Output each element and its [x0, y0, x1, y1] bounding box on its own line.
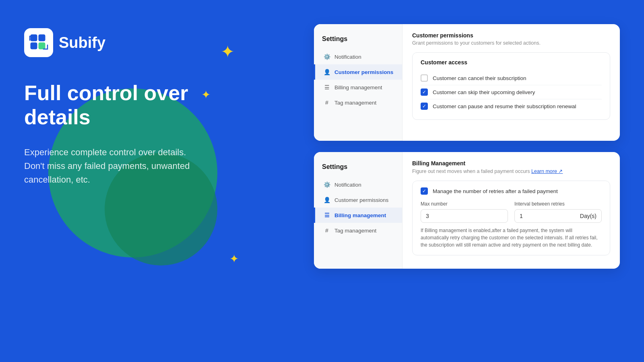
right-panel: Settings ⚙️ Notification 👤 Customer perm… [314, 24, 620, 269]
permission-label-skip: Customer can skip their upcoming deliver… [433, 89, 535, 95]
logo-area: Subify [24, 28, 225, 57]
billing-icon-1: ☰ [323, 84, 330, 91]
svg-rect-2 [31, 43, 37, 49]
sidebar-item-billing-management-1[interactable]: ☰ Billing management [314, 80, 402, 95]
interval-input[interactable]: 1 Day(s) [514, 209, 602, 223]
sidebar-item-notification-2[interactable]: ⚙️ Notification [314, 177, 402, 192]
sidebar-title-1: Settings [314, 32, 402, 49]
manage-retries-label: Manage the number of retries after a fai… [433, 188, 558, 194]
permission-item-cancel: Customer can cancel their subscription [421, 71, 602, 85]
billing-icon-2: ☰ [323, 212, 330, 219]
billing-subtitle-text: Figure out next moves when a failed paym… [412, 169, 531, 174]
svg-rect-1 [39, 35, 45, 41]
sidebar-label-notification-2: Notification [334, 182, 361, 188]
brand-name: Subify [59, 34, 105, 51]
page-subtext: Experience complete control over details… [24, 146, 225, 187]
checkbox-cancel[interactable] [421, 74, 428, 82]
sidebar-label-customer-permissions-2: Customer permissions [334, 197, 388, 203]
max-number-group: Max number 3 [421, 201, 508, 223]
billing-section-subtitle: Figure out next moves when a failed paym… [412, 168, 610, 174]
billing-note: If Billing management is enabled,after a… [421, 227, 602, 249]
person-icon-1: 👤 [323, 68, 330, 76]
checkbox-manage-retries[interactable]: ✓ [421, 187, 428, 195]
sidebar-item-billing-management-2[interactable]: ☰ Billing management [314, 208, 402, 223]
checkbox-skip[interactable]: ✓ [421, 88, 428, 96]
customer-access-title: Customer access [421, 59, 602, 66]
interval-group: Interval between retries 1 Day(s) [514, 201, 602, 223]
person-icon-2: 👤 [323, 196, 330, 204]
svg-rect-3 [39, 43, 45, 49]
sidebar-1: Settings ⚙️ Notification 👤 Customer perm… [314, 24, 402, 141]
checkbox-pause[interactable]: ✓ [421, 103, 428, 110]
customer-permissions-card: Settings ⚙️ Notification 👤 Customer perm… [314, 24, 620, 141]
billing-section-title: Billing Management [412, 160, 610, 167]
sidebar-label-customer-permissions-1: Customer permissions [334, 69, 393, 75]
permission-label-cancel: Customer can cancel their subscription [433, 75, 526, 81]
sidebar-item-tag-management-2[interactable]: # Tag management [314, 223, 402, 238]
interval-value: 1 [520, 213, 523, 219]
manage-retries-row: ✓ Manage the number of retries after a f… [421, 187, 602, 195]
sidebar-label-notification-1: Notification [334, 54, 361, 60]
sidebar-title-2: Settings [314, 160, 402, 177]
sidebar-label-billing-management-2: Billing management [334, 212, 386, 218]
svg-rect-0 [31, 35, 37, 41]
billing-content: Billing Management Figure out next moves… [402, 152, 620, 269]
sidebar-item-tag-management-1[interactable]: # Tag management [314, 95, 402, 110]
sidebar-item-customer-permissions-2[interactable]: 👤 Customer permissions [314, 192, 402, 208]
sidebar-label-billing-management-1: Billing management [334, 84, 382, 90]
max-number-label: Max number [421, 201, 508, 207]
interval-unit: Day(s) [580, 213, 597, 219]
hash-icon-2: # [323, 227, 330, 234]
logo-icon [24, 28, 53, 57]
max-number-input[interactable]: 3 [421, 209, 508, 223]
section-title-1: Customer permissions [412, 32, 610, 39]
learn-more-link[interactable]: Learn more ↗ [531, 169, 563, 174]
sidebar-label-tag-management-2: Tag management [334, 228, 376, 234]
billing-management-card: Settings ⚙️ Notification 👤 Customer perm… [314, 152, 620, 269]
interval-label: Interval between retries [514, 201, 602, 207]
permission-label-pause: Customer can pause and resume their subs… [433, 103, 576, 109]
billing-manage-card: ✓ Manage the number of retries after a f… [412, 181, 610, 255]
gear-icon-1: ⚙️ [323, 53, 330, 60]
sidebar-item-notification-1[interactable]: ⚙️ Notification [314, 49, 402, 64]
billing-fields: Max number 3 Interval between retries 1 … [421, 201, 602, 223]
section-subtitle-1: Grant permissions to your customers for … [412, 40, 610, 46]
permission-item-pause: ✓ Customer can pause and resume their su… [421, 99, 602, 113]
settings-content-1: Customer permissions Grant permissions t… [402, 24, 620, 141]
sidebar-2: Settings ⚙️ Notification 👤 Customer perm… [314, 152, 402, 269]
max-number-value: 3 [426, 213, 429, 219]
gear-icon-2: ⚙️ [323, 181, 330, 188]
permission-item-skip: ✓ Customer can skip their upcoming deliv… [421, 85, 602, 99]
page-headline: Full control over details [24, 81, 225, 130]
sidebar-item-customer-permissions-1[interactable]: 👤 Customer permissions [314, 64, 402, 80]
sidebar-label-tag-management-1: Tag management [334, 100, 376, 106]
left-panel: Subify Full control over details Experie… [0, 0, 250, 362]
hash-icon-1: # [323, 99, 330, 106]
customer-access-card: Customer access Customer can cancel thei… [412, 52, 610, 120]
